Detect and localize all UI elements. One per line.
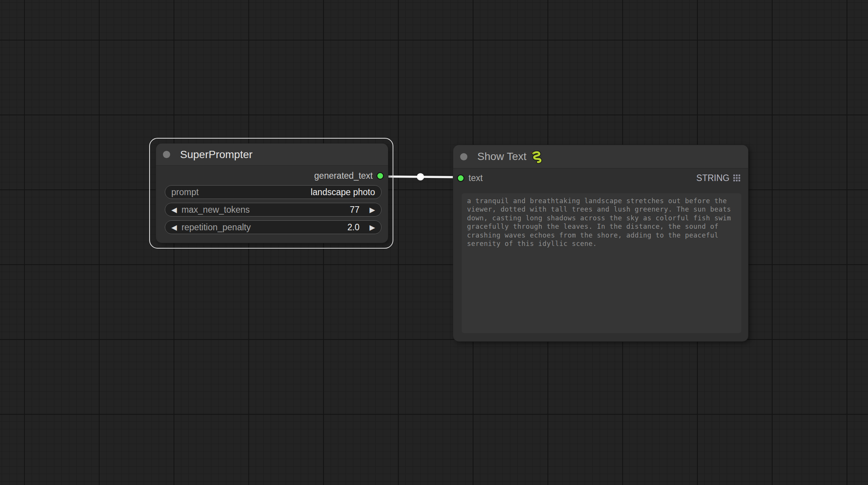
widget-value: 77	[350, 205, 360, 215]
collapse-dot[interactable]	[163, 151, 170, 158]
widget-value: landscape photo	[311, 187, 375, 197]
grid-slot-icon[interactable]	[733, 175, 740, 181]
decrement-arrow-icon[interactable]: ◀	[171, 206, 177, 213]
node-title: SuperPrompter	[180, 149, 253, 161]
widget-value: 2.0	[347, 222, 359, 233]
widget-repetition-penalty[interactable]: ◀ repetition_penalty 2.0 ▶	[165, 220, 382, 234]
node-graph-canvas[interactable]: { "graph": { "superprompter": { "title":…	[0, 0, 868, 485]
widget-max-new-tokens[interactable]: ◀ max_new_tokens 77 ▶	[165, 203, 382, 217]
link-midpoint-dot[interactable]	[417, 173, 424, 181]
superprompter-header[interactable]: SuperPrompter	[156, 144, 388, 166]
widget-label: repetition_penalty	[182, 222, 251, 233]
snake-emoji-icon	[530, 151, 543, 164]
increment-arrow-icon[interactable]: ▶	[369, 206, 375, 213]
decrement-arrow-icon[interactable]: ◀	[171, 224, 177, 231]
node-show-text[interactable]: Show Text text STRING	[453, 145, 748, 341]
input-slot-text[interactable]	[457, 175, 464, 182]
output-slot-label: generated_text	[314, 171, 373, 181]
slots-row: text STRING	[453, 170, 748, 186]
output-row-generated-text: generated_text	[156, 167, 388, 184]
node-superprompter[interactable]: SuperPrompter generated_text prompt land…	[156, 144, 388, 243]
output-slot-generated-text[interactable]	[377, 172, 384, 179]
widget-list: prompt landscape photo ◀ max_new_tokens …	[165, 185, 382, 234]
increment-arrow-icon[interactable]: ▶	[369, 224, 375, 231]
node-title: Show Text	[477, 150, 527, 163]
widget-label: max_new_tokens	[182, 205, 250, 215]
generated-text-display[interactable]: a tranquil and breathtaking landscape st…	[462, 193, 741, 333]
collapse-dot[interactable]	[460, 153, 467, 160]
input-slot-label: text	[469, 173, 483, 183]
widget-prompt[interactable]: prompt landscape photo	[165, 185, 382, 199]
show-text-header[interactable]: Show Text	[453, 145, 748, 168]
widget-label: prompt	[171, 187, 199, 197]
output-slot-label: STRING	[696, 173, 730, 183]
